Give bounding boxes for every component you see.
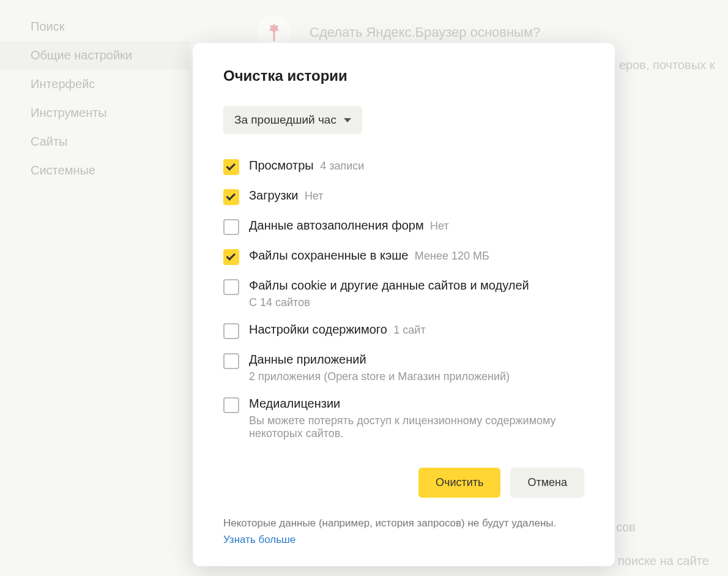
option-views: Просмотры 4 записи bbox=[223, 159, 584, 175]
option-label: Данные приложений bbox=[249, 353, 366, 366]
checkbox-media-licenses[interactable] bbox=[223, 397, 239, 413]
option-label: Файлы cookie и другие данные сайтов и мо… bbox=[249, 279, 529, 292]
dialog-footer: Некоторые данные (например, история запр… bbox=[223, 515, 584, 548]
dialog-actions: Очистить Отмена bbox=[223, 468, 584, 498]
option-content-settings: Настройки содержимого 1 сайт bbox=[223, 323, 584, 339]
time-range-value: За прошедший час bbox=[234, 113, 336, 127]
checkbox-app-data[interactable] bbox=[223, 353, 239, 369]
sidebar-item-sites[interactable]: Сайты bbox=[0, 127, 190, 156]
cancel-button[interactable]: Отмена bbox=[510, 468, 584, 498]
option-label: Настройки содержимого bbox=[249, 323, 387, 336]
background-text: сов bbox=[616, 520, 636, 534]
sidebar-item-interface[interactable]: Интерфейс bbox=[0, 70, 190, 99]
sidebar-item-search[interactable]: Поиск bbox=[0, 12, 190, 41]
option-media-licenses: Медиалицензии Вы можете потерять доступ … bbox=[223, 397, 584, 440]
option-label: Данные автозаполнения форм bbox=[249, 219, 424, 232]
option-meta: С 14 сайтов bbox=[249, 296, 584, 309]
checkbox-views[interactable] bbox=[223, 159, 239, 175]
settings-sidebar: Поиск Общие настройки Интерфейс Инструме… bbox=[0, 0, 190, 185]
clear-history-dialog: Очистка истории За прошедший час Просмот… bbox=[193, 43, 615, 566]
checkbox-content-settings[interactable] bbox=[223, 323, 239, 339]
background-text: еров, почтовых к bbox=[619, 58, 715, 72]
option-label: Файлы сохраненные в кэше bbox=[249, 249, 408, 262]
clear-options-list: Просмотры 4 записи Загрузки Нет Данные а… bbox=[223, 159, 584, 440]
option-label: Просмотры bbox=[249, 159, 314, 172]
time-range-select[interactable]: За прошедший час bbox=[223, 106, 362, 134]
dialog-title: Очистка истории bbox=[223, 67, 584, 84]
option-meta: Нет bbox=[305, 190, 324, 202]
option-meta: Вы можете потерять доступ к лицензионном… bbox=[249, 414, 584, 440]
checkbox-downloads[interactable] bbox=[223, 189, 239, 205]
option-downloads: Загрузки Нет bbox=[223, 189, 584, 205]
option-label: Медиалицензии bbox=[249, 397, 340, 410]
clear-button[interactable]: Очистить bbox=[418, 468, 500, 498]
background-text: поиске на сайте bbox=[618, 554, 709, 568]
learn-more-link[interactable]: Узнать больше bbox=[223, 534, 295, 545]
option-cache: Файлы сохраненные в кэше Менее 120 МБ bbox=[223, 249, 584, 265]
option-meta: Менее 120 МБ bbox=[415, 250, 489, 262]
option-label: Загрузки bbox=[249, 189, 299, 202]
checkbox-cache[interactable] bbox=[223, 249, 239, 265]
option-meta: 4 записи bbox=[320, 160, 364, 172]
checkbox-cookies[interactable] bbox=[223, 279, 239, 295]
option-autofill: Данные автозаполнения форм Нет bbox=[223, 219, 584, 235]
option-app-data: Данные приложений 2 приложения (Opera st… bbox=[223, 353, 584, 383]
option-meta: Нет bbox=[430, 220, 449, 232]
sidebar-item-general[interactable]: Общие настройки bbox=[0, 41, 190, 70]
option-meta: 1 сайт bbox=[393, 324, 425, 336]
chevron-down-icon bbox=[344, 118, 351, 122]
option-meta: 2 приложения (Opera store и Магазин прил… bbox=[249, 370, 584, 383]
sidebar-item-tools[interactable]: Инструменты bbox=[0, 99, 190, 127]
option-cookies: Файлы cookie и другие данные сайтов и мо… bbox=[223, 279, 584, 309]
sidebar-item-system[interactable]: Системные bbox=[0, 156, 190, 185]
footer-text: Некоторые данные (например, история запр… bbox=[223, 517, 556, 529]
default-browser-prompt: Сделать Яндекс.Браузер основным? bbox=[310, 24, 540, 40]
checkbox-autofill[interactable] bbox=[223, 219, 239, 235]
